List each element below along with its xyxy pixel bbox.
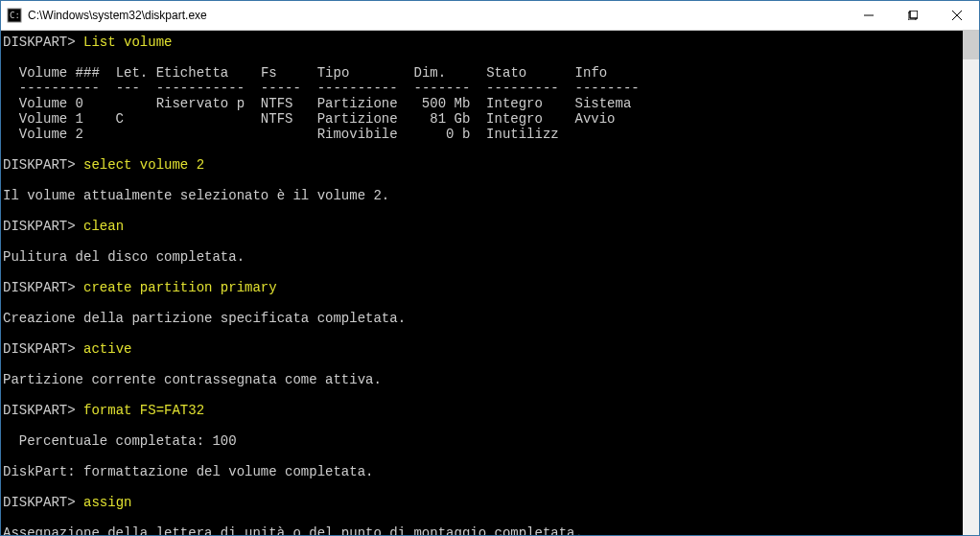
maximize-button[interactable] xyxy=(891,1,935,30)
volume-rows: Volume 0 Riservato p NTFS Partizione 500… xyxy=(3,96,640,142)
msg-partition: Creazione della partizione specificata c… xyxy=(3,311,406,326)
app-window: C: C:\Windows\system32\diskpart.exe DISK… xyxy=(0,0,980,536)
hdr-letter: Let. xyxy=(116,65,149,81)
svg-text:C:: C: xyxy=(10,11,20,20)
prompt: DISKPART> xyxy=(3,219,76,234)
hdr-volume-num: Volume ### xyxy=(19,65,100,81)
console-output[interactable]: DISKPART> List volume Volume ### Let. Et… xyxy=(1,31,963,535)
titlebar: C: C:\Windows\system32\diskpart.exe xyxy=(1,1,979,31)
app-icon: C: xyxy=(7,8,22,23)
vertical-scrollbar[interactable] xyxy=(963,31,979,535)
minimize-button[interactable] xyxy=(847,1,891,30)
cmd-create-partition: create partition primary xyxy=(83,280,277,295)
prompt: DISKPART> xyxy=(3,280,76,295)
close-button[interactable] xyxy=(935,1,979,30)
hdr-status: Stato xyxy=(486,65,526,81)
scroll-thumb[interactable] xyxy=(963,31,979,59)
msg-clean: Pulitura del disco completata. xyxy=(3,249,245,265)
hdr-separator: ---------- --- ----------- ----- -------… xyxy=(19,81,640,96)
prompt: DISKPART> xyxy=(3,157,76,173)
cmd-select-volume: select volume 2 xyxy=(83,157,204,173)
hdr-label: Etichetta xyxy=(156,65,229,81)
msg-active: Partizione corrente contrassegnata come … xyxy=(3,372,382,387)
hdr-fs: Fs xyxy=(261,65,277,81)
prompt: DISKPART> xyxy=(3,403,76,418)
console-area: DISKPART> List volume Volume ### Let. Et… xyxy=(1,31,979,535)
msg-percent: Percentuale completata: 100 xyxy=(3,433,237,449)
cmd-active: active xyxy=(83,341,131,357)
prompt: DISKPART> xyxy=(3,35,76,50)
svg-rect-4 xyxy=(910,11,918,18)
cmd-clean: clean xyxy=(83,219,124,234)
hdr-size: Dim. xyxy=(414,65,447,81)
msg-selected: Il volume attualmente selezionato è il v… xyxy=(3,188,389,203)
cmd-format: format FS=FAT32 xyxy=(83,403,204,418)
prompt: DISKPART> xyxy=(3,495,76,510)
hdr-type: Tipo xyxy=(317,65,350,81)
prompt: DISKPART> xyxy=(3,341,76,357)
hdr-info: Info xyxy=(575,65,608,81)
msg-assign: Assegnazione della lettera di unità o de… xyxy=(3,525,583,535)
msg-format: DiskPart: formattazione del volume compl… xyxy=(3,464,373,479)
cmd-assign: assign xyxy=(83,495,131,510)
window-title: C:\Windows\system32\diskpart.exe xyxy=(28,9,207,22)
cmd-list-volume: List volume xyxy=(83,35,172,50)
